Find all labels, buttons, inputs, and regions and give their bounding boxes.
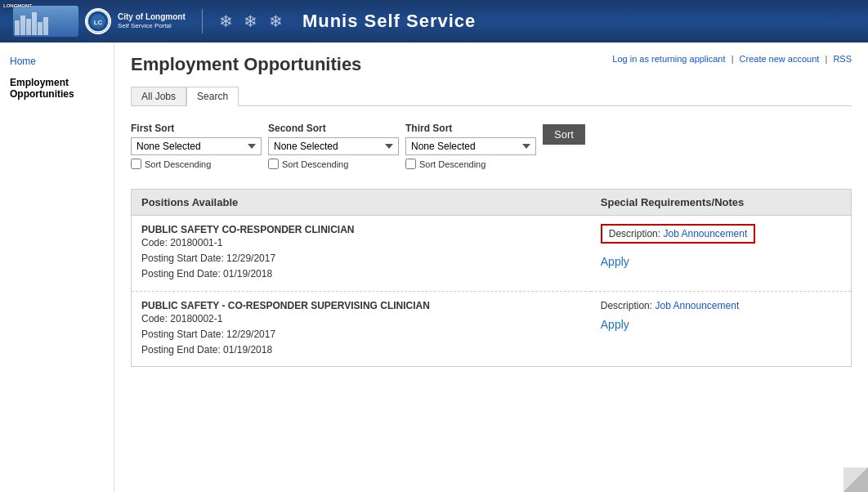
position-title-2: PUBLIC SAFETY - CO-RESPONDER SUPERVISING…	[141, 300, 581, 311]
position-start-2: Posting Start Date: 12/29/2017	[141, 327, 581, 342]
sidebar-item-home[interactable]: Home	[0, 51, 114, 72]
page-title: Employment Opportunities	[131, 54, 361, 75]
logo-area: LONGMONT LC City of Longmont Self Servic…	[13, 6, 186, 37]
position-code-1: Code: 20180001-1	[141, 235, 581, 251]
position-start-1: Posting Start Date: 12/29/2017	[141, 251, 581, 266]
first-sort-descending: Sort Descending	[131, 159, 211, 169]
portal-logo-circle: LC	[85, 8, 111, 34]
second-sort-group: Second Sort None Selected Sort Descendin…	[268, 123, 399, 169]
first-sort-label: First Sort	[131, 123, 174, 134]
col-requirements-header: Special Requirements/Notes	[591, 190, 852, 216]
third-sort-group: Third Sort None Selected Sort Descending	[405, 123, 536, 169]
corner-fold	[843, 467, 868, 492]
tab-search[interactable]: Search	[186, 87, 239, 106]
header-divider	[202, 9, 203, 34]
description-label-1: Description:	[609, 228, 660, 239]
third-sort-label: Third Sort	[405, 123, 452, 134]
content-wrapper: Employment Opportunities Log in as retur…	[114, 42, 868, 492]
third-sort-descending: Sort Descending	[405, 159, 485, 169]
first-sort-select[interactable]: None Selected	[131, 137, 262, 155]
second-sort-descending: Sort Descending	[268, 159, 348, 169]
second-sort-select[interactable]: None Selected	[268, 137, 399, 155]
first-sort-descending-label: Sort Descending	[145, 159, 211, 169]
sort-button[interactable]: Sort	[543, 124, 585, 145]
svg-text:LC: LC	[94, 19, 103, 26]
requirements-cell-2: Description: Job Announcement Apply	[591, 291, 852, 367]
positions-table: Positions Available Special Requirements…	[131, 189, 852, 367]
main-layout: Home Employment Opportunities Employment…	[0, 42, 868, 492]
job-announcement-link-1[interactable]: Job Announcement	[663, 228, 747, 239]
position-cell-1: PUBLIC SAFETY CO-RESPONDER CLINICIAN Cod…	[132, 216, 591, 292]
sort-controls: First Sort None Selected Sort Descending…	[131, 116, 852, 176]
apply-link-1[interactable]: Apply	[601, 255, 841, 268]
second-sort-descending-label: Sort Descending	[282, 159, 348, 169]
position-end-1: Posting End Date: 01/19/2018	[141, 266, 581, 282]
separator-2: |	[825, 54, 827, 64]
third-sort-descending-checkbox[interactable]	[405, 159, 416, 169]
decorative-snowflakes: ❄ ❄ ❄	[219, 11, 286, 31]
table-row: PUBLIC SAFETY CO-RESPONDER CLINICIAN Cod…	[132, 216, 852, 292]
position-end-2: Posting End Date: 01/19/2018	[141, 342, 581, 358]
tab-bar: All Jobs Search	[131, 87, 852, 106]
first-sort-group: First Sort None Selected Sort Descending	[131, 123, 262, 169]
create-account-link[interactable]: Create new account	[740, 54, 820, 64]
sidebar: Home Employment Opportunities	[0, 42, 114, 492]
requirements-cell-1: Description: Job Announcement Apply	[591, 216, 852, 292]
main-content: Employment Opportunities Log in as retur…	[114, 42, 868, 378]
description-plain-2: Description: Job Announcement	[601, 300, 841, 311]
position-cell-2: PUBLIC SAFETY - CO-RESPONDER SUPERVISING…	[132, 291, 591, 367]
second-sort-descending-checkbox[interactable]	[268, 159, 279, 169]
portal-name-text: City of Longmont Self Service Portal	[118, 11, 186, 30]
login-link[interactable]: Log in as returning applicant	[612, 54, 725, 64]
position-code-2: Code: 20180002-1	[141, 311, 581, 327]
position-title-1: PUBLIC SAFETY CO-RESPONDER CLINICIAN	[141, 224, 581, 235]
site-title: Munis Self Service	[302, 11, 476, 32]
third-sort-descending-label: Sort Descending	[419, 159, 485, 169]
first-sort-descending-checkbox[interactable]	[131, 159, 141, 169]
third-sort-select[interactable]: None Selected	[405, 137, 536, 155]
header: LONGMONT LC City of Longmont Self Servic…	[0, 0, 868, 42]
description-box-highlighted: Description: Job Announcement	[601, 224, 755, 244]
table-row: PUBLIC SAFETY - CO-RESPONDER SUPERVISING…	[132, 291, 852, 367]
tab-all-jobs[interactable]: All Jobs	[131, 87, 186, 106]
rss-link[interactable]: RSS	[833, 54, 852, 64]
second-sort-label: Second Sort	[268, 123, 326, 134]
separator-1: |	[732, 54, 734, 64]
top-links: Log in as returning applicant | Create n…	[612, 54, 852, 64]
sidebar-item-employment[interactable]: Employment Opportunities	[0, 72, 114, 105]
apply-link-2[interactable]: Apply	[601, 318, 841, 331]
city-logo: LONGMONT	[13, 6, 78, 37]
description-label-2: Description:	[601, 300, 652, 311]
col-positions-header: Positions Available	[132, 190, 591, 216]
job-announcement-link-2[interactable]: Job Announcement	[655, 300, 739, 311]
